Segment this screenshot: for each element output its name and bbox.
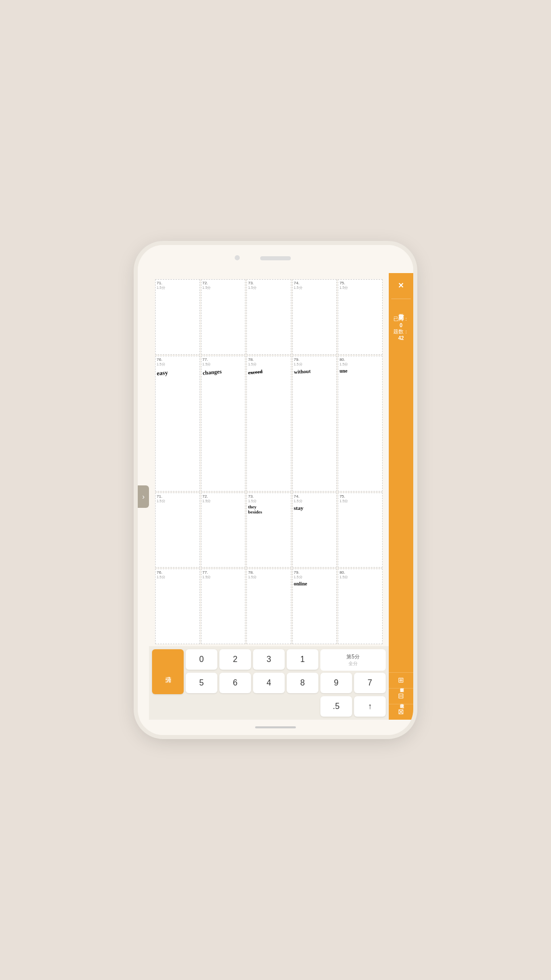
score-info: 已阅： 0 题数： 42 [393, 315, 409, 341]
key-7[interactable]: 7 [354, 673, 386, 693]
key-1[interactable]: 1 [287, 649, 318, 670]
remaining-count: 42 [398, 335, 404, 341]
sidebar-tool-3[interactable]: ⊠ 答题 [389, 704, 413, 720]
handwriting-77: changes [202, 366, 244, 376]
key-6[interactable]: 6 [219, 673, 251, 693]
cell-number-71a: 71. [157, 281, 198, 285]
handwriting-74b: stay [294, 505, 336, 511]
key-9[interactable]: 9 [320, 673, 352, 693]
close-icon: × [398, 280, 404, 291]
key-4[interactable]: 4 [253, 673, 285, 693]
phone-frame: › 71. 1.5分 [138, 245, 413, 735]
image-icon: ⊟ [398, 692, 404, 700]
chevron-right-icon: › [142, 493, 145, 501]
cell-number-80a: 80. [339, 357, 381, 362]
grid-icon: ⊞ [398, 676, 404, 684]
cell-number-72a: 72. [203, 281, 244, 285]
sidebar-tool-2[interactable]: ⊟ 图像记录 [389, 688, 413, 704]
key-0[interactable]: 0 [186, 649, 217, 670]
answer-icon: ⊠ [398, 707, 404, 716]
right-sidebar: × 英文填空题 已阅： 0 题数： 42 ⊞ 题型解答 [389, 273, 413, 720]
cell-number-79a: 79. [294, 357, 336, 362]
sidebar-divider-1 [391, 299, 411, 299]
cell-number-77a: 77. [203, 357, 244, 362]
cell-number-78a: 78. [248, 357, 290, 362]
key-8[interactable]: 8 [287, 673, 318, 693]
phone-bottom-bar [138, 720, 413, 735]
keyboard-area: 满分 0 2 3 1 5 6 4 8 9 7 [149, 646, 389, 720]
cell-number-74a: 74. [294, 281, 336, 285]
key-half[interactable]: .5 [320, 696, 352, 717]
main-area: 71. 1.5分 72. 1.5分 73. 1.5分 [149, 273, 389, 720]
sidebar-info: 英文填空题 已阅： 0 题数： 42 [391, 300, 411, 345]
sidebar-tool-1[interactable]: ⊞ 题型解答 [389, 672, 413, 688]
phone-camera [235, 255, 240, 260]
keyboard-grid: 满分 0 2 3 1 5 6 4 8 9 7 [152, 649, 386, 717]
cell-number-76a: 76. [157, 357, 198, 362]
phone-speaker [260, 256, 291, 260]
close-button[interactable]: × [389, 273, 413, 298]
handwriting-76: easy [157, 366, 199, 377]
handwriting-80: une [339, 368, 381, 374]
handwriting-73b: theybesides [248, 504, 290, 514]
cell-number-73a: 73. [248, 281, 290, 285]
cell-number-75a: 75. [339, 281, 381, 285]
handwriting-78: exceed [248, 366, 290, 375]
handwriting-79b: online [294, 581, 336, 586]
side-toggle-button[interactable]: › [138, 485, 149, 508]
backspace-button[interactable]: ↑ [354, 696, 386, 717]
sidebar-tools: ⊞ 题型解答 ⊟ 图像记录 ⊠ 答题 [389, 345, 413, 720]
phone-top-bar [138, 245, 413, 273]
key-5[interactable]: 5 [186, 673, 217, 693]
already-label: 已阅： [393, 315, 409, 323]
key-3[interactable]: 3 [253, 649, 285, 670]
phone-content: › 71. 1.5分 [138, 273, 413, 720]
section-title: 英文填空题 [396, 304, 406, 314]
confirm-button[interactable]: 满分 [152, 649, 184, 694]
score-display: 第5分 全分 [320, 649, 386, 671]
answer-sheet: 71. 1.5分 72. 1.5分 73. 1.5分 [149, 273, 389, 646]
already-count: 0 [399, 323, 403, 328]
home-indicator [255, 726, 296, 728]
remaining-label: 题数： [393, 328, 409, 335]
handwriting-79: without [294, 367, 336, 375]
key-2[interactable]: 2 [219, 649, 251, 670]
